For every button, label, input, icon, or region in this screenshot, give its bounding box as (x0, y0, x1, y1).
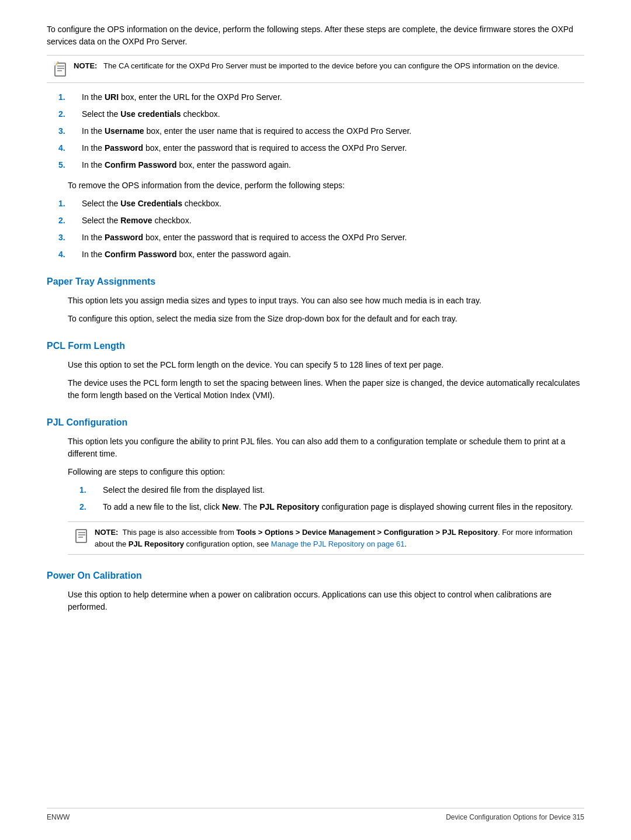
paper-tray-para2: To configure this option, select the med… (68, 313, 584, 325)
svg-rect-5 (76, 530, 86, 542)
remove-intro: To remove the OPS information from the d… (47, 179, 584, 192)
svg-text:📝: 📝 (54, 61, 59, 66)
note-box-1: 📝 NOTE: The CA certificate for the OXPd … (47, 55, 584, 83)
pjl-step-1: Select the desired file from the display… (91, 484, 584, 496)
pjl-note-label: NOTE: (95, 528, 118, 537)
footer-right: Device Configuration Options for Device … (446, 812, 584, 822)
pjl-note-tools-path: Tools > Options > Device Management > Co… (237, 528, 498, 537)
note-text-1: NOTE: The CA certificate for the OXPd Pr… (74, 60, 559, 72)
power-on-body: Use this option to help determine when a… (47, 589, 584, 613)
pcl-form-para2: The device uses the PCL form length to s… (68, 377, 584, 402)
pcl-form-body: Use this option to set the PCL form leng… (47, 359, 584, 402)
remove-step-2: Select the Remove checkbox. (70, 215, 584, 227)
note-body-1: The CA certificate for the OXPd Pro Serv… (103, 61, 559, 70)
remove-step-4: In the Confirm Password box, enter the p… (70, 248, 584, 261)
step4-bold: Password (105, 143, 143, 153)
power-on-heading: Power On Calibration (47, 569, 584, 583)
intro-paragraph: To configure the OPS information on the … (47, 23, 584, 48)
configure-step-4: In the Password box, enter the password … (70, 142, 584, 154)
step5-bold: Confirm Password (105, 160, 177, 170)
paper-tray-body: This option lets you assign media sizes … (47, 295, 584, 325)
pjl-config-body: This option lets you configure the abili… (47, 435, 584, 555)
configure-step-2: Select the Use credentials checkbox. (70, 108, 584, 120)
pjl-config-heading: PJL Configuration (47, 416, 584, 430)
pjl-step-2: To add a new file to the list, click New… (91, 501, 584, 513)
pjl-note-text: NOTE: This page is also accessible from … (95, 527, 578, 549)
note-icon-1: 📝 (53, 61, 69, 78)
configure-step-1: In the URI box, enter the URL for the OX… (70, 91, 584, 103)
paper-tray-para1: This option lets you assign media sizes … (68, 295, 584, 307)
pjl-note-link[interactable]: Manage the PJL Repository on page 61 (271, 540, 405, 548)
configure-step-3: In the Username box, enter the user name… (70, 125, 584, 137)
configure-step-5: In the Confirm Password box, enter the p… (70, 159, 584, 171)
page-footer: ENWW Device Configuration Options for De… (47, 808, 584, 822)
pjl-config-para1: This option lets you configure the abili… (68, 435, 584, 460)
rem-step2-bold: Remove (120, 216, 152, 225)
pjl-config-para2: Following are steps to configure this op… (68, 466, 584, 478)
pjl-note-box: NOTE: This page is also accessible from … (68, 521, 584, 555)
pcl-form-para1: Use this option to set the PCL form leng… (68, 359, 584, 371)
pjl-step2-new: New (222, 502, 239, 511)
rem-step1-bold: Use Credentials (120, 199, 182, 208)
footer-left: ENWW (47, 812, 70, 822)
pjl-note-bold-repo: PJL Repository (129, 540, 184, 548)
remove-steps-list: Select the Use Credentials checkbox. Sel… (58, 198, 584, 261)
rem-step4-bold: Confirm Password (105, 250, 177, 259)
page-content: To configure the OPS information on the … (47, 23, 584, 613)
step1-bold: URI (105, 92, 119, 102)
step3-bold: Username (105, 126, 144, 136)
pjl-steps-list: Select the desired file from the display… (79, 484, 584, 513)
power-on-para1: Use this option to help determine when a… (68, 589, 584, 613)
pcl-form-heading: PCL Form Length (47, 339, 584, 353)
remove-step-1: Select the Use Credentials checkbox. (70, 198, 584, 210)
paper-tray-heading: Paper Tray Assignments (47, 275, 584, 289)
pjl-step2-repo: PJL Repository (259, 502, 319, 511)
configure-steps-list: In the URI box, enter the URL for the OX… (58, 91, 584, 171)
pjl-note-icon (74, 528, 90, 544)
remove-step-3: In the Password box, enter the password … (70, 231, 584, 244)
note-label-1: NOTE: (74, 61, 97, 70)
rem-step3-bold: Password (105, 233, 143, 242)
step2-bold: Use credentials (120, 109, 181, 119)
